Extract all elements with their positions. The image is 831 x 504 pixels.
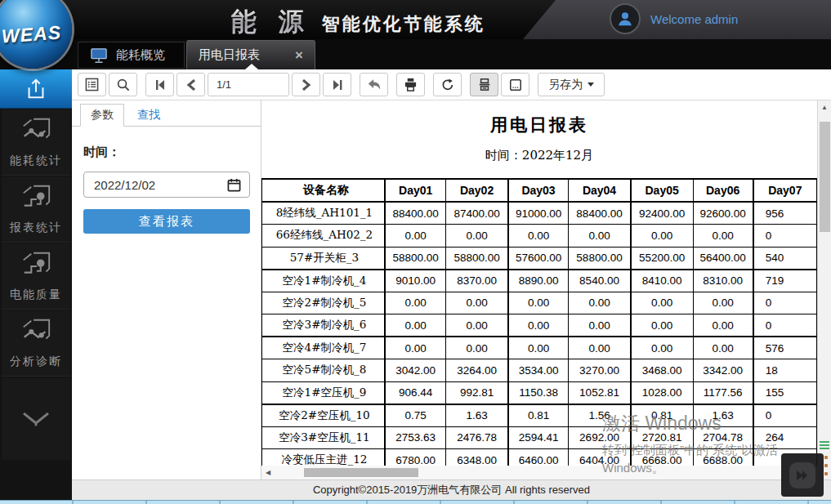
vertical-scroll-thumb[interactable]: [820, 122, 830, 232]
app-title-secondary: 智能优化节能系统: [322, 12, 485, 37]
app-header: 能 源 智能优化节能系统 Welcome admin: [0, 0, 831, 39]
export-icon: [23, 77, 49, 101]
value-cell: 58800.00: [569, 247, 631, 270]
screen-recorder-widget[interactable]: [781, 453, 824, 497]
app-window: 能 源 智能优化节能系统 Welcome admin WEAS 能耗概览: [0, 0, 831, 504]
value-cell: 9010.00: [385, 270, 446, 292]
save-as-label: 另存为: [548, 78, 583, 92]
scroll-left-arrow-icon[interactable]: ◀: [261, 469, 275, 476]
monitor-icon: [90, 47, 108, 64]
value-cell: 0: [753, 314, 817, 337]
value-cell: 2594.41: [508, 426, 569, 449]
first-page-icon: [154, 79, 166, 91]
sidebar-item-report-stats[interactable]: 报表统计: [2, 176, 70, 243]
value-cell: 1.63: [446, 404, 508, 427]
device-name-cell: 57#开关柜_3: [262, 247, 385, 270]
table-row: 空冷2#制冷机_50.000.000.000.000.000.000: [262, 292, 817, 314]
table-row: 空冷4#制冷机_70.000.000.000.000.000.00576: [262, 337, 817, 359]
sidebar-item-power-quality[interactable]: 电能质量: [2, 243, 70, 310]
value-cell: 0.75: [385, 404, 446, 427]
horizontal-scroll-thumb[interactable]: [304, 468, 418, 477]
recorder-lines-icon: [820, 441, 829, 449]
sidebar-item-analysis-diagnosis[interactable]: 分析诊断: [2, 310, 70, 377]
table-row: 57#开关柜_358800.0058800.0057600.0058800.00…: [262, 247, 817, 270]
report-toolbar: 另存为: [72, 69, 831, 100]
value-cell: 58800.00: [446, 247, 508, 270]
page-view-icon: [509, 78, 522, 91]
sidebar-item-label: 报表统计: [10, 221, 62, 235]
print-layout-button[interactable]: [470, 73, 498, 96]
parameter-panel: 参数 查找 时间： 2022/12/02 查看报表: [72, 100, 261, 479]
value-cell: 2753.63: [385, 426, 446, 449]
scroll-up-arrow-icon[interactable]: ▲: [818, 100, 831, 114]
params-list-icon: [85, 78, 99, 91]
report-viewport: 用电日报表 时间：2022年12月 设备名称Day01Day02Day03Day…: [261, 100, 817, 479]
value-cell: 0.00: [693, 314, 753, 337]
value-cell: 8890.00: [508, 270, 569, 292]
value-cell: 88400.00: [385, 202, 446, 225]
search-button[interactable]: [109, 73, 137, 96]
day-column-header: Day04: [569, 179, 631, 202]
user-area[interactable]: Welcome admin: [610, 3, 738, 34]
back-button[interactable]: [360, 73, 388, 96]
horizontal-scrollbar[interactable]: ◀: [261, 466, 817, 479]
welcome-text: Welcome admin: [650, 12, 738, 26]
sidebar-item-energy-stats[interactable]: 能耗统计: [2, 109, 70, 176]
recorder-dots-icon: [824, 456, 828, 475]
value-cell: 3264.00: [446, 359, 508, 382]
sidebar-export-button[interactable]: [0, 69, 72, 109]
first-page-button[interactable]: [145, 73, 174, 96]
print-button[interactable]: [396, 73, 425, 96]
chevron-down-icon: [17, 410, 55, 428]
table-row: 空冷3#制冷机_60.000.000.000.000.000.000: [262, 314, 817, 337]
panel-tabs: 参数 查找: [72, 100, 261, 127]
params-panel-toggle-button[interactable]: [78, 73, 106, 96]
page-number-input[interactable]: [208, 73, 289, 96]
value-cell: 0.00: [631, 337, 693, 359]
value-cell: 8310.00: [693, 270, 753, 292]
footer: Copyright©2015-2019万洲电气有限公司 All rights r…: [72, 479, 831, 500]
value-cell: 0.00: [385, 292, 446, 314]
prev-page-icon: [186, 79, 196, 91]
value-cell: 58800.00: [385, 247, 446, 270]
refresh-button[interactable]: [433, 73, 462, 96]
table-header-row: 设备名称Day01Day02Day03Day04Day05Day06Day07: [262, 179, 817, 202]
view-report-button[interactable]: 查看报表: [83, 209, 250, 234]
next-page-button[interactable]: [292, 73, 320, 96]
save-as-button[interactable]: 另存为: [538, 73, 605, 96]
search-icon: [116, 78, 130, 91]
day-column-header: Day01: [385, 179, 446, 202]
sidebar-item-label: 电能质量: [10, 288, 62, 302]
value-cell: 0.00: [569, 225, 631, 248]
panel-tab-params[interactable]: 参数: [80, 104, 124, 127]
device-name-cell: 8经纬线_AH101_1: [262, 202, 385, 225]
date-picker-input[interactable]: 2022/12/02: [83, 172, 250, 198]
calendar-icon[interactable]: [227, 178, 241, 192]
vertical-scrollbar[interactable]: ▲: [817, 100, 831, 479]
background-window-edge: [0, 500, 831, 504]
skip-play-icon: [796, 470, 809, 481]
table-row: 66经纬线_AH02_20.000.000.000.000.000.000: [262, 225, 817, 248]
tab-energy-overview[interactable]: 能耗概览: [78, 42, 185, 69]
table-row: 空冷2#空压机_100.751.630.811.560.811.630: [262, 404, 817, 427]
panel-tab-search[interactable]: 查找: [127, 105, 170, 126]
sidebar-expander[interactable]: [2, 378, 70, 460]
value-cell: 88400.00: [569, 202, 631, 225]
value-cell: 2704.78: [693, 426, 753, 449]
prev-page-button[interactable]: [176, 73, 205, 96]
value-cell: 956: [753, 202, 817, 225]
day-column-header: Day02: [446, 179, 508, 202]
device-name-cell: 空冷2#制冷机_5: [262, 292, 385, 314]
user-avatar[interactable]: [610, 3, 641, 34]
last-page-button[interactable]: [323, 73, 351, 96]
value-cell: 0.00: [385, 314, 446, 337]
value-cell: 0.00: [385, 337, 446, 359]
value-cell: 0.00: [385, 225, 446, 248]
day-column-header: Day06: [693, 179, 753, 202]
page-view-button[interactable]: [501, 73, 529, 96]
report-subtitle: 时间：2022年12月: [261, 148, 817, 163]
recorder-icon[interactable]: [789, 462, 815, 488]
value-cell: 0.00: [446, 337, 508, 359]
close-tab-icon[interactable]: ×: [295, 47, 303, 64]
value-cell: 2692.00: [569, 426, 631, 449]
